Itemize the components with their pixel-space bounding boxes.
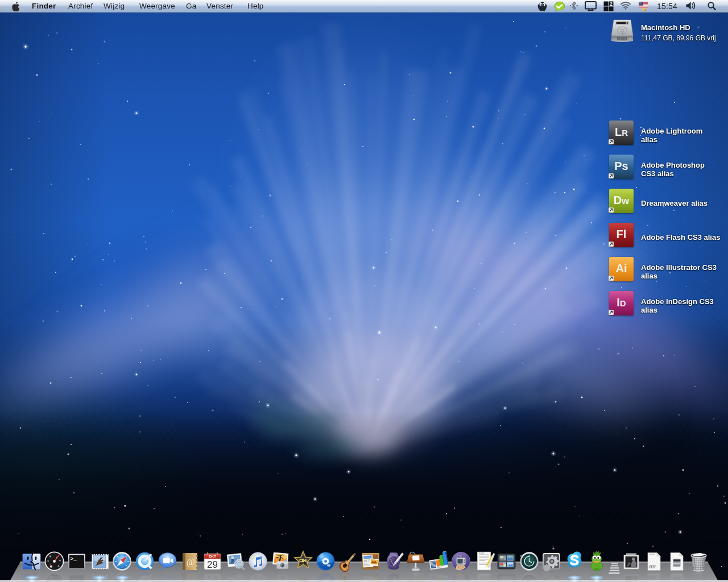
svg-text:Dear: Dear xyxy=(479,551,485,554)
svg-text:29: 29 xyxy=(207,573,218,582)
svg-text:29: 29 xyxy=(207,559,218,570)
svg-text:OKT: OKT xyxy=(209,555,216,558)
svg-text:2: 2 xyxy=(610,1,613,7)
svg-text:U: U xyxy=(644,9,646,11)
svg-text:@: @ xyxy=(186,557,195,567)
svg-text:@: @ xyxy=(186,576,195,582)
svg-text:RTF: RTF xyxy=(650,565,657,569)
svg-text:RTF: RTF xyxy=(650,575,657,579)
svg-text:>_: >_ xyxy=(71,556,77,562)
